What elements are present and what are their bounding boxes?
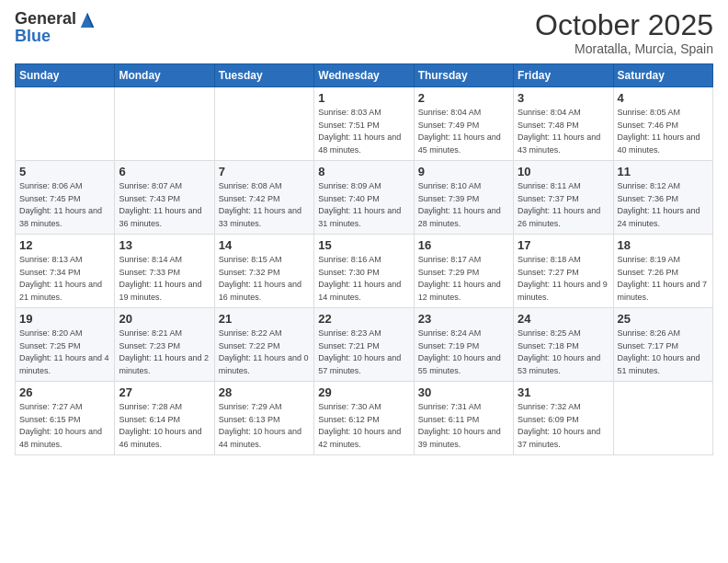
day-number: 16 [418, 238, 509, 252]
day-info: Sunrise: 7:28 AMSunset: 6:14 PMDaylight:… [119, 401, 210, 451]
day-info: Sunrise: 8:13 AMSunset: 7:34 PMDaylight:… [19, 254, 110, 304]
calendar-week-row: 1Sunrise: 8:03 AMSunset: 7:51 PMDaylight… [16, 87, 713, 161]
day-info: Sunrise: 7:27 AMSunset: 6:15 PMDaylight:… [19, 401, 110, 451]
day-info: Sunrise: 8:18 AMSunset: 7:27 PMDaylight:… [518, 254, 609, 304]
table-row [115, 87, 214, 161]
table-row: 11Sunrise: 8:12 AMSunset: 7:36 PMDayligh… [613, 161, 712, 235]
day-number: 9 [418, 165, 509, 178]
calendar-week-row: 12Sunrise: 8:13 AMSunset: 7:34 PMDayligh… [16, 235, 713, 308]
table-row: 4Sunrise: 8:05 AMSunset: 7:46 PMDaylight… [613, 87, 712, 161]
day-info: Sunrise: 8:20 AMSunset: 7:25 PMDaylight:… [19, 327, 110, 377]
col-thursday: Thursday [414, 64, 513, 87]
day-info: Sunrise: 8:09 AMSunset: 7:40 PMDaylight:… [318, 180, 409, 230]
month-title: October 2025 [535, 9, 713, 41]
calendar-table: Sunday Monday Tuesday Wednesday Thursday… [15, 63, 713, 455]
day-info: Sunrise: 8:14 AMSunset: 7:33 PMDaylight:… [119, 254, 210, 304]
table-row: 19Sunrise: 8:20 AMSunset: 7:25 PMDayligh… [16, 308, 115, 382]
day-number: 6 [119, 165, 210, 178]
table-row: 29Sunrise: 7:30 AMSunset: 6:12 PMDayligh… [314, 382, 414, 455]
day-number: 27 [119, 385, 210, 399]
table-row: 25Sunrise: 8:26 AMSunset: 7:17 PMDayligh… [613, 308, 712, 382]
day-info: Sunrise: 8:23 AMSunset: 7:21 PMDaylight:… [318, 327, 409, 377]
table-row: 6Sunrise: 8:07 AMSunset: 7:43 PMDaylight… [115, 161, 214, 235]
day-number: 7 [219, 165, 310, 178]
day-number: 30 [418, 385, 509, 399]
table-row: 5Sunrise: 8:06 AMSunset: 7:45 PMDaylight… [16, 161, 115, 235]
day-number: 26 [19, 385, 110, 399]
day-number: 29 [318, 385, 409, 399]
day-number: 15 [318, 238, 409, 252]
day-number: 11 [618, 165, 709, 178]
day-number: 14 [219, 238, 310, 252]
day-info: Sunrise: 8:10 AMSunset: 7:39 PMDaylight:… [418, 180, 509, 230]
table-row: 23Sunrise: 8:24 AMSunset: 7:19 PMDayligh… [414, 308, 513, 382]
day-number: 21 [219, 312, 310, 326]
table-row: 16Sunrise: 8:17 AMSunset: 7:29 PMDayligh… [414, 235, 513, 308]
col-friday: Friday [514, 64, 613, 87]
col-sunday: Sunday [16, 64, 115, 87]
day-info: Sunrise: 7:32 AMSunset: 6:09 PMDaylight:… [518, 401, 609, 451]
table-row: 17Sunrise: 8:18 AMSunset: 7:27 PMDayligh… [514, 235, 613, 308]
col-saturday: Saturday [613, 64, 712, 87]
table-row: 10Sunrise: 8:11 AMSunset: 7:37 PMDayligh… [514, 161, 613, 235]
logo: General Blue [15, 9, 96, 46]
header: General Blue October 2025 Moratalla, Mur… [15, 9, 713, 56]
day-info: Sunrise: 8:04 AMSunset: 7:49 PMDaylight:… [418, 107, 509, 156]
logo-blue-text: Blue [15, 28, 96, 46]
title-block: October 2025 Moratalla, Murcia, Spain [535, 9, 713, 56]
day-number: 3 [518, 91, 609, 105]
day-info: Sunrise: 8:07 AMSunset: 7:43 PMDaylight:… [119, 180, 210, 230]
day-info: Sunrise: 8:03 AMSunset: 7:51 PMDaylight:… [318, 107, 409, 156]
table-row: 21Sunrise: 8:22 AMSunset: 7:22 PMDayligh… [214, 308, 313, 382]
logo-icon [79, 9, 96, 29]
table-row [16, 87, 115, 161]
calendar-week-row: 19Sunrise: 8:20 AMSunset: 7:25 PMDayligh… [16, 308, 713, 382]
day-number: 23 [418, 312, 509, 326]
location: Moratalla, Murcia, Spain [535, 41, 713, 56]
table-row: 20Sunrise: 8:21 AMSunset: 7:23 PMDayligh… [115, 308, 214, 382]
day-info: Sunrise: 8:26 AMSunset: 7:17 PMDaylight:… [618, 327, 709, 377]
table-row [214, 87, 313, 161]
calendar-header-row: Sunday Monday Tuesday Wednesday Thursday… [16, 64, 713, 87]
day-number: 18 [618, 238, 709, 252]
day-info: Sunrise: 8:22 AMSunset: 7:22 PMDaylight:… [219, 327, 310, 377]
table-row: 3Sunrise: 8:04 AMSunset: 7:48 PMDaylight… [514, 87, 613, 161]
table-row: 8Sunrise: 8:09 AMSunset: 7:40 PMDaylight… [314, 161, 414, 235]
day-info: Sunrise: 8:15 AMSunset: 7:32 PMDaylight:… [219, 254, 310, 304]
day-info: Sunrise: 8:06 AMSunset: 7:45 PMDaylight:… [19, 180, 110, 230]
table-row: 26Sunrise: 7:27 AMSunset: 6:15 PMDayligh… [16, 382, 115, 455]
day-number: 22 [318, 312, 409, 326]
day-number: 24 [518, 312, 609, 326]
day-number: 25 [618, 312, 709, 326]
table-row: 24Sunrise: 8:25 AMSunset: 7:18 PMDayligh… [514, 308, 613, 382]
day-info: Sunrise: 8:19 AMSunset: 7:26 PMDaylight:… [618, 254, 709, 304]
table-row: 15Sunrise: 8:16 AMSunset: 7:30 PMDayligh… [314, 235, 414, 308]
day-info: Sunrise: 7:29 AMSunset: 6:13 PMDaylight:… [219, 401, 310, 451]
day-number: 2 [418, 91, 509, 105]
table-row: 1Sunrise: 8:03 AMSunset: 7:51 PMDaylight… [314, 87, 414, 161]
table-row: 7Sunrise: 8:08 AMSunset: 7:42 PMDaylight… [214, 161, 313, 235]
col-wednesday: Wednesday [314, 64, 414, 87]
day-number: 28 [219, 385, 310, 399]
day-number: 19 [19, 312, 110, 326]
table-row: 18Sunrise: 8:19 AMSunset: 7:26 PMDayligh… [613, 235, 712, 308]
day-info: Sunrise: 8:25 AMSunset: 7:18 PMDaylight:… [518, 327, 609, 377]
day-number: 10 [518, 165, 609, 178]
day-info: Sunrise: 8:12 AMSunset: 7:36 PMDaylight:… [618, 180, 709, 230]
day-number: 1 [318, 91, 409, 105]
table-row: 31Sunrise: 7:32 AMSunset: 6:09 PMDayligh… [514, 382, 613, 455]
table-row: 14Sunrise: 8:15 AMSunset: 7:32 PMDayligh… [214, 235, 313, 308]
day-info: Sunrise: 8:05 AMSunset: 7:46 PMDaylight:… [618, 107, 709, 156]
day-info: Sunrise: 8:16 AMSunset: 7:30 PMDaylight:… [318, 254, 409, 304]
table-row: 13Sunrise: 8:14 AMSunset: 7:33 PMDayligh… [115, 235, 214, 308]
col-monday: Monday [115, 64, 214, 87]
day-number: 17 [518, 238, 609, 252]
table-row: 2Sunrise: 8:04 AMSunset: 7:49 PMDaylight… [414, 87, 513, 161]
table-row: 9Sunrise: 8:10 AMSunset: 7:39 PMDaylight… [414, 161, 513, 235]
col-tuesday: Tuesday [214, 64, 313, 87]
day-number: 4 [618, 91, 709, 105]
day-info: Sunrise: 8:17 AMSunset: 7:29 PMDaylight:… [418, 254, 509, 304]
day-info: Sunrise: 8:21 AMSunset: 7:23 PMDaylight:… [119, 327, 210, 377]
page: General Blue October 2025 Moratalla, Mur… [0, 0, 728, 563]
day-info: Sunrise: 7:30 AMSunset: 6:12 PMDaylight:… [318, 401, 409, 451]
